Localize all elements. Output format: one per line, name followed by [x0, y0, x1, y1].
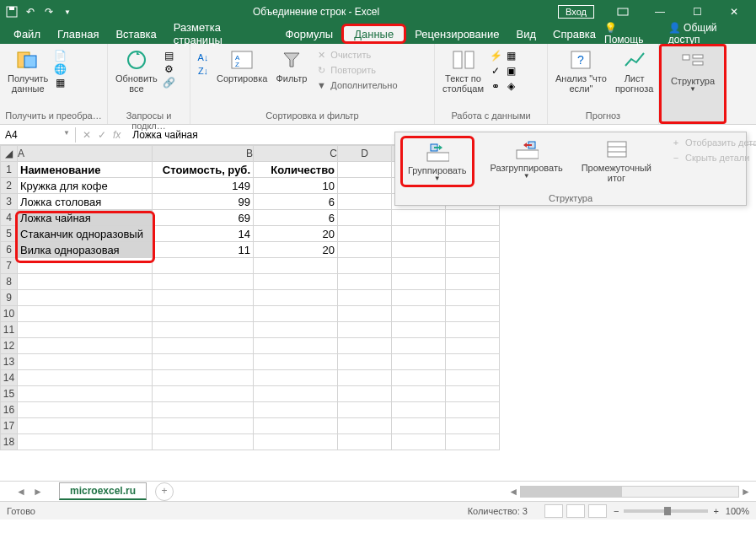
tab-file[interactable]: Файл — [5, 24, 49, 44]
row-header[interactable]: 2 — [1, 178, 18, 194]
page-layout-button[interactable] — [566, 504, 585, 518]
ribbon: Получить данные 📄 🌐 ▦ Получить и преобра… — [0, 44, 756, 125]
tab-page-layout[interactable]: Разметка страницы — [165, 24, 277, 44]
data-validation-icon[interactable]: ✓ — [490, 65, 501, 77]
sheet-next-icon[interactable]: ► — [33, 486, 43, 498]
select-all[interactable]: ◢ — [1, 146, 18, 162]
consolidate-icon[interactable]: ▣ — [505, 65, 517, 77]
remove-dup-icon[interactable]: ▦ — [505, 50, 517, 62]
undo-icon[interactable]: ↶ — [24, 5, 37, 19]
refresh-all-button[interactable]: Обновить все — [113, 46, 160, 95]
maximize-button[interactable]: ☐ — [680, 3, 714, 20]
sort-az-icon[interactable]: A↓ — [197, 51, 209, 63]
filter-button[interactable]: Фильтр — [273, 46, 309, 85]
qat-dropdown-icon[interactable]: ▼ — [61, 5, 74, 19]
status-count: Количество: 3 — [468, 506, 528, 516]
row-header[interactable]: 1 — [1, 162, 18, 178]
save-icon[interactable] — [5, 5, 19, 19]
redo-icon[interactable]: ↷ — [42, 5, 56, 19]
group-button[interactable]: Группировать▼ — [400, 136, 475, 187]
col-header[interactable]: D — [338, 146, 392, 162]
row-header[interactable]: 5 — [1, 226, 18, 242]
cancel-icon: ✕ — [83, 129, 91, 141]
relationships-icon[interactable]: ⚭ — [490, 80, 501, 92]
plus-icon: + — [670, 137, 682, 148]
subtotal-button[interactable]: Промежуточный итог — [579, 136, 654, 185]
sheet-tab[interactable]: microexcel.ru — [59, 482, 147, 500]
text-to-columns-icon — [452, 48, 475, 72]
whatif-button[interactable]: ? Анализ "что если" — [553, 46, 609, 95]
svg-rect-13 — [683, 55, 689, 60]
sheet-prev-icon[interactable]: ◄ — [16, 486, 26, 498]
svg-text:Z: Z — [235, 61, 239, 68]
page-break-button[interactable] — [588, 504, 607, 518]
data-model-icon[interactable]: ◈ — [505, 80, 517, 92]
scroll-left-icon[interactable]: ◄ — [508, 486, 518, 498]
tab-view[interactable]: Вид — [508, 24, 545, 44]
structure-dropdown: Группировать▼ Разгруппировать▼ Промежуто… — [394, 132, 747, 206]
properties-icon[interactable]: ⚙ — [164, 63, 175, 75]
name-box[interactable]: A4▼ — [0, 127, 76, 143]
sort-icon: AZ — [230, 48, 254, 72]
svg-rect-2 — [618, 8, 628, 15]
ungroup-button[interactable]: Разгруппировать▼ — [488, 136, 566, 182]
get-data-button[interactable]: Получить данные — [5, 46, 51, 95]
clear-icon: ✕ — [315, 49, 327, 61]
zoom-level[interactable]: 100% — [726, 506, 749, 516]
edit-links-icon[interactable]: 🔗 — [164, 77, 175, 89]
sort-button[interactable]: AZ Сортировка — [214, 46, 270, 85]
share-button[interactable]: 👤 Общий доступ — [668, 22, 748, 46]
zoom-out-button[interactable]: − — [614, 506, 619, 516]
col-header[interactable]: A — [18, 146, 153, 162]
svg-text:?: ? — [577, 53, 584, 67]
svg-rect-1 — [9, 7, 14, 10]
forecast-icon — [623, 48, 646, 72]
new-sheet-button[interactable]: + — [155, 482, 174, 501]
fx-icon[interactable]: fx — [113, 129, 121, 141]
advanced-filter-button[interactable]: ▼Дополнительно — [313, 78, 399, 92]
tell-me[interactable]: 💡 Помощь — [604, 22, 657, 46]
minimize-button[interactable]: — — [643, 3, 677, 20]
svg-rect-18 — [517, 150, 539, 159]
svg-rect-14 — [693, 55, 703, 58]
scroll-right-icon[interactable]: ► — [741, 486, 751, 498]
from-table-icon[interactable]: ▦ — [54, 77, 66, 89]
status-bar: Готово Количество: 3 − + 100% — [0, 501, 756, 520]
forecast-sheet-button[interactable]: Лист прогноза — [613, 46, 656, 95]
login-button[interactable]: Вход — [558, 5, 594, 19]
tab-formulas[interactable]: Формулы — [277, 24, 342, 44]
svg-rect-10 — [465, 51, 474, 68]
svg-rect-9 — [453, 51, 462, 68]
text-to-columns-button[interactable]: Текст по столбцам — [440, 46, 486, 95]
col-header[interactable]: B — [153, 146, 254, 162]
row-header[interactable]: 4 — [1, 210, 18, 226]
horizontal-scrollbar[interactable] — [520, 486, 739, 498]
flash-fill-icon[interactable]: ⚡ — [490, 50, 501, 62]
svg-rect-4 — [24, 56, 36, 67]
ribbon-options-icon[interactable] — [606, 3, 640, 20]
sort-za-icon[interactable]: Z↓ — [197, 65, 209, 77]
from-text-icon[interactable]: 📄 — [54, 50, 66, 62]
row-header[interactable]: 6 — [1, 242, 18, 258]
queries-icon[interactable]: ▤ — [164, 50, 175, 62]
zoom-slider[interactable] — [624, 509, 708, 513]
row-header[interactable]: 3 — [1, 194, 18, 210]
tab-help[interactable]: Справка — [544, 24, 604, 44]
svg-rect-15 — [693, 62, 703, 65]
svg-rect-16 — [427, 153, 449, 161]
dropdown-label: Структура — [400, 193, 741, 203]
reapply-button: ↻Повторить — [313, 63, 399, 77]
zoom-in-button[interactable]: + — [713, 506, 718, 516]
from-web-icon[interactable]: 🌐 — [54, 63, 66, 75]
refresh-icon — [125, 48, 148, 72]
reapply-icon: ↻ — [315, 64, 327, 76]
tab-review[interactable]: Рецензирование — [406, 24, 507, 44]
tab-data[interactable]: Данные — [341, 24, 406, 44]
structure-button[interactable]: Структура ▼ — [668, 49, 717, 95]
normal-view-button[interactable] — [544, 504, 563, 518]
group-label: Сортировка и фильтр — [196, 110, 429, 122]
col-header[interactable]: C — [254, 146, 338, 162]
tab-insert[interactable]: Вставка — [107, 24, 164, 44]
close-button[interactable]: ✕ — [717, 3, 751, 20]
tab-home[interactable]: Главная — [49, 24, 107, 44]
